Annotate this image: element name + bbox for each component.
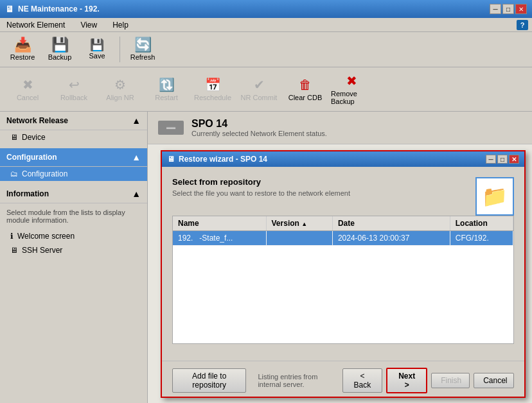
rollback-label: Rollback (60, 94, 87, 101)
remove-backup-label: Remove Backup (331, 90, 372, 105)
title-bar-left: 🖥 NE Maintenance - 192. (5, 4, 100, 14)
network-release-label: Network Release (6, 116, 68, 125)
sidebar-section-network-release[interactable]: Network Release ▲ (0, 112, 147, 130)
close-button[interactable]: ✕ (515, 4, 527, 14)
restart-button[interactable]: 🔃 Restart (144, 74, 189, 105)
align-nr-icon: ⚙ (114, 77, 126, 92)
version-sort-icon: ▲ (301, 221, 307, 227)
welcome-label: Welcome screen (17, 232, 75, 241)
wizard-content: Select from repository Select the file y… (172, 177, 350, 205)
menu-help[interactable]: Help (110, 19, 131, 31)
main-toolbar: 📥 Restore 💾 Backup 💾 Save 🔄 Refresh (0, 32, 532, 67)
wizard-title-bar: 🖥 Restore wizard - SPO 14 ─ □ ✕ (162, 151, 524, 167)
sidebar-item-configuration[interactable]: 🗂 Configuration (0, 167, 147, 181)
cell-date: 2024-06-13 20:00:37 (332, 231, 450, 246)
remove-backup-icon: ✖ (346, 73, 357, 89)
help-icon[interactable]: ? (517, 20, 528, 30)
menu-network-element[interactable]: Network Element (4, 19, 67, 31)
ssh-server-icon: 🖥 (10, 246, 18, 255)
collapse-network-release-icon[interactable]: ▲ (132, 116, 141, 126)
configuration-section-label: Configuration (6, 153, 57, 162)
column-date: Date (332, 216, 450, 231)
align-nr-button[interactable]: ⚙ Align NR (98, 74, 143, 105)
restore-wizard: 🖥 Restore wizard - SPO 14 ─ □ ✕ Select f… (161, 150, 526, 398)
column-location: Location (450, 216, 513, 231)
listing-text: Listing entries from internal server. (258, 373, 342, 388)
wizard-heading: Select from repository (172, 177, 350, 187)
cell-name: 192. -State_f... (173, 231, 266, 246)
maximize-button[interactable]: □ (502, 4, 514, 14)
wizard-title: Restore wizard - SPO 14 (179, 155, 267, 164)
refresh-label: Refresh (130, 53, 155, 61)
menu-view[interactable]: View (78, 19, 100, 31)
wizard-subheading: Select the file you want to restore to t… (172, 189, 350, 197)
table-row[interactable]: 192. -State_f... 2024-06-13 20:00:37 CFG… (173, 231, 513, 246)
clear-cdb-icon: 🗑 (299, 78, 312, 92)
align-nr-label: Align NR (106, 94, 134, 101)
restore-button[interactable]: 📥 Restore (5, 35, 40, 64)
wizard-title-left: 🖥 Restore wizard - SPO 14 (167, 155, 267, 164)
wizard-cancel-button[interactable]: Cancel (474, 373, 514, 388)
minimize-button[interactable]: ─ (490, 4, 501, 14)
title-bar-controls: ─ □ ✕ (490, 4, 527, 14)
wizard-footer-right: < Back Next > Finish Cancel (342, 368, 514, 393)
configuration-label: Configuration (22, 169, 67, 178)
wizard-logo-icon: 📁 (475, 177, 514, 216)
refresh-icon: 🔄 (134, 38, 152, 52)
nr-commit-label: NR Commit (241, 94, 278, 101)
cancel-button[interactable]: ✖ Cancel (5, 74, 50, 105)
cell-location: CFG/192. (450, 231, 513, 246)
column-version: Version ▲ (266, 216, 332, 231)
nr-commit-button[interactable]: ✔ NR Commit (236, 74, 281, 105)
restart-icon: 🔃 (159, 77, 175, 92)
table-header-row: Name Version ▲ Date Location (173, 216, 513, 231)
sidebar-item-ssh-server[interactable]: 🖥 SSH Server (0, 243, 147, 257)
next-button[interactable]: Next > (386, 368, 427, 393)
device-label: Device (22, 133, 46, 142)
add-repository-button[interactable]: Add file to repository (172, 368, 246, 393)
ne-header: ══ SPO 14 Currently selected Network Ele… (148, 112, 532, 144)
wizard-minimize-button[interactable]: ─ (486, 155, 496, 164)
save-button[interactable]: 💾 Save (80, 36, 114, 63)
refresh-button[interactable]: 🔄 Refresh (125, 35, 160, 64)
sidebar-item-welcome[interactable]: ℹ Welcome screen (0, 229, 147, 243)
clear-cdb-label: Clear CDB (288, 94, 323, 101)
sidebar-section-configuration[interactable]: Configuration ▲ (0, 148, 147, 167)
finish-button[interactable]: Finish (431, 373, 470, 388)
restore-label: Restore (10, 53, 35, 61)
welcome-icon: ℹ (10, 232, 13, 241)
column-name: Name (173, 216, 266, 231)
app-title: NE Maintenance - 192. (18, 4, 100, 13)
repository-table-container: Name Version ▲ Date Location (172, 216, 514, 344)
wizard-top: Select from repository Select the file y… (172, 177, 514, 216)
backup-button[interactable]: 💾 Backup (42, 35, 77, 64)
device-icon: 🖥 (10, 133, 18, 142)
rollback-button[interactable]: ↩ Rollback (51, 74, 96, 105)
wizard-footer: Add file to repository Listing entries f… (162, 361, 524, 400)
title-bar: 🖥 NE Maintenance - 192. ─ □ ✕ (0, 0, 532, 18)
back-button[interactable]: < Back (342, 368, 383, 393)
reschedule-label: Reschedule (194, 94, 231, 101)
ne-subtitle: Currently selected Network Element statu… (191, 130, 327, 137)
table-body: 192. -State_f... 2024-06-13 20:00:37 CFG… (173, 231, 513, 246)
ssh-server-label: SSH Server (22, 246, 62, 255)
reschedule-button[interactable]: 📅 Reschedule (190, 74, 235, 105)
wizard-maximize-button[interactable]: □ (497, 155, 508, 164)
configuration-icon: 🗂 (10, 169, 18, 178)
app-icon: 🖥 (5, 4, 14, 14)
collapse-configuration-icon[interactable]: ▲ (132, 152, 141, 162)
rollback-icon: ↩ (69, 77, 80, 92)
table-header: Name Version ▲ Date Location (173, 216, 513, 231)
backup-icon: 💾 (51, 38, 69, 52)
secondary-toolbar: ✖ Cancel ↩ Rollback ⚙ Align NR 🔃 Restart… (0, 67, 532, 112)
sidebar-section-information[interactable]: Information ▲ (0, 185, 147, 203)
restart-label: Restart (155, 94, 177, 101)
wizard-body: Select from repository Select the file y… (162, 167, 524, 361)
sidebar: Network Release ▲ 🖥 Device Configuration… (0, 112, 148, 403)
wizard-close-button[interactable]: ✕ (509, 155, 519, 164)
wizard-title-controls: ─ □ ✕ (486, 155, 519, 164)
sidebar-item-device[interactable]: 🖥 Device (0, 130, 147, 144)
remove-backup-button[interactable]: ✖ Remove Backup (329, 70, 374, 108)
clear-cdb-button[interactable]: 🗑 Clear CDB (283, 74, 328, 105)
collapse-information-icon[interactable]: ▲ (132, 189, 141, 199)
